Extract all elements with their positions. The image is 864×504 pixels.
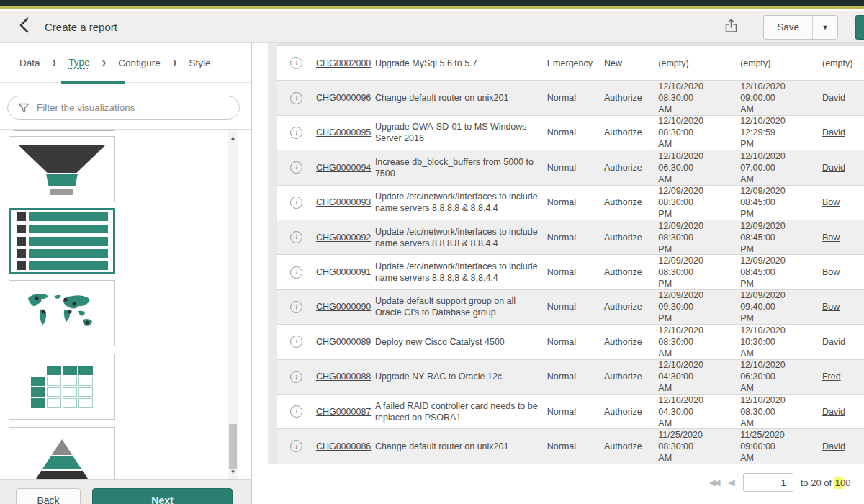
scrollbar-thumb[interactable] <box>229 424 237 469</box>
viz-option-pyramid[interactable] <box>9 427 115 479</box>
assigned-to-link[interactable]: Bow <box>822 197 840 207</box>
change-number-link[interactable]: CHG0000094 <box>316 163 371 173</box>
viz-option-list[interactable] <box>9 208 115 274</box>
change-number-link[interactable]: CHG0000092 <box>316 233 371 243</box>
assigned-to-cell: Bow <box>822 266 864 278</box>
priority-cell: Normal <box>547 162 604 174</box>
viz-option-map[interactable] <box>9 280 115 346</box>
info-icon[interactable]: i <box>290 92 302 104</box>
assigned-to-link[interactable]: David <box>822 93 845 103</box>
change-number-link[interactable]: CHG0000093 <box>316 197 371 207</box>
share-button[interactable] <box>719 15 743 40</box>
info-icon[interactable]: i <box>290 266 302 279</box>
change-number-link[interactable]: CHG0000089 <box>316 337 371 347</box>
assigned-to-link[interactable]: (empty) <box>822 58 852 68</box>
wizard-step-configure[interactable]: Configure <box>118 58 161 68</box>
change-number-link[interactable]: CHG0000086 <box>316 441 371 451</box>
info-icon[interactable]: i <box>290 197 302 209</box>
info-cell: i <box>277 161 316 174</box>
assigned-to-link[interactable]: Fred <box>822 372 841 382</box>
save-button[interactable]: Save <box>764 16 813 39</box>
wizard-back-button[interactable]: Back <box>16 488 81 504</box>
number-cell: CHG0000094 <box>316 162 375 174</box>
description-cell: Upgrade OWA-SD-01 to MS Windows Server 2… <box>375 121 547 144</box>
browser-topbar <box>0 0 864 9</box>
assigned-to-link[interactable]: David <box>822 337 845 347</box>
first-page-icon[interactable]: ◀◀ <box>709 477 718 487</box>
panel-scrollbar[interactable]: ▲ ▼ <box>228 130 238 479</box>
filter-input[interactable] <box>37 102 239 113</box>
app-header: Create a report Save ▼ <box>0 11 864 43</box>
table-row[interactable]: i CHG0000094 Increase db_block_buffers f… <box>277 150 864 185</box>
start-date-cell: 11/25/2020 08:30:00AM <box>658 429 740 464</box>
change-number-link[interactable]: CHG0000091 <box>316 267 371 277</box>
assigned-to-link[interactable]: Bow <box>822 302 840 312</box>
change-number-link[interactable]: CHG0000096 <box>316 93 371 103</box>
number-cell: CHG0000090 <box>316 301 375 312</box>
table-row[interactable]: i CHG0002000 Upgrade MySql 5.6 to 5.7 Em… <box>277 46 864 81</box>
previous-page-icon[interactable]: ◀ <box>728 477 732 487</box>
table-row[interactable]: i CHG0000092 Update /etc/network/interfa… <box>277 220 864 255</box>
info-cell: i <box>277 197 316 209</box>
table-row[interactable]: i CHG0000087 A failed RAID controller ca… <box>277 395 864 429</box>
table-scrollbar-track[interactable] <box>268 43 277 464</box>
info-icon[interactable]: i <box>290 127 302 139</box>
assigned-to-link[interactable]: Bow <box>822 233 840 243</box>
table-row[interactable]: i CHG0000086 Change default router on un… <box>277 429 864 464</box>
table-row[interactable]: i CHG0000090 Update default support grou… <box>277 290 864 325</box>
state-cell: Authorize <box>604 162 658 174</box>
wizard-next-button[interactable]: Next <box>92 488 233 504</box>
info-icon[interactable]: i <box>290 440 302 452</box>
assigned-to-cell: Bow <box>822 197 864 208</box>
end-date-cell: 12/10/2020 08:30:00AM <box>740 395 822 429</box>
assigned-to-link[interactable]: David <box>822 407 845 417</box>
viz-option-funnel[interactable] <box>9 136 115 202</box>
viz-option-heatmap-table[interactable] <box>9 354 115 420</box>
page-number-input[interactable] <box>743 473 793 492</box>
change-number-link[interactable]: CHG0000090 <box>316 302 371 312</box>
table-row[interactable]: i CHG0000096 Change default router on un… <box>277 81 864 115</box>
info-icon[interactable]: i <box>290 161 302 174</box>
change-number-link[interactable]: CHG0002000 <box>316 58 371 68</box>
info-icon[interactable]: i <box>290 371 302 383</box>
wizard-footer: Back Next <box>0 479 252 504</box>
back-button[interactable] <box>13 16 35 37</box>
number-cell: CHG0000093 <box>316 197 375 208</box>
table-row[interactable]: i CHG0000091 Update /etc/network/interfa… <box>277 255 864 289</box>
wizard-step-style[interactable]: Style <box>189 58 210 68</box>
wizard-step-type[interactable]: Type <box>68 57 89 69</box>
info-icon[interactable]: i <box>290 405 302 418</box>
start-date-cell: 12/09/2020 08:30:00PM <box>658 255 740 289</box>
table-row[interactable]: i CHG0000089 Deploy new Cisco Catalyst 4… <box>277 325 864 359</box>
start-date-cell: 12/09/2020 08:30:00PM <box>658 185 740 220</box>
info-icon[interactable]: i <box>290 301 302 313</box>
save-menu-button[interactable]: ▼ <box>813 16 837 39</box>
info-icon[interactable]: i <box>290 336 302 348</box>
number-cell: CHG0000087 <box>316 406 375 418</box>
state-cell: Authorize <box>604 406 658 418</box>
priority-cell: Normal <box>547 266 604 278</box>
start-date-cell: 12/09/2020 09:30:00PM <box>658 289 740 324</box>
number-cell: CHG0002000 <box>316 58 375 69</box>
chevron-right-icon: › <box>173 53 177 72</box>
info-icon[interactable]: i <box>290 231 302 243</box>
priority-cell: Normal <box>547 232 604 243</box>
assigned-to-link[interactable]: Bow <box>822 267 840 277</box>
run-button-partial[interactable] <box>855 15 864 40</box>
table-row[interactable]: i CHG0000095 Upgrade OWA-SD-01 to MS Win… <box>277 116 864 150</box>
table-row[interactable]: i CHG0000093 Update /etc/network/interfa… <box>277 186 864 220</box>
change-number-link[interactable]: CHG0000088 <box>316 372 371 382</box>
table-row[interactable]: i CHG0000088 Upgrade NY RAC to Oracle 12… <box>277 360 864 395</box>
scroll-down-icon[interactable]: ▼ <box>228 466 238 477</box>
description-cell: Update /etc/network/interfaces to includ… <box>375 226 547 249</box>
info-icon[interactable]: i <box>290 57 302 69</box>
scroll-up-icon[interactable]: ▲ <box>228 132 238 143</box>
change-number-link[interactable]: CHG0000087 <box>316 407 371 417</box>
priority-cell: Normal <box>547 197 604 208</box>
assigned-to-link[interactable]: David <box>822 163 845 173</box>
wizard-step-data[interactable]: Data <box>19 58 40 68</box>
share-icon <box>724 18 738 36</box>
change-number-link[interactable]: CHG0000095 <box>316 127 371 138</box>
assigned-to-link[interactable]: David <box>822 441 845 451</box>
assigned-to-link[interactable]: David <box>822 127 845 138</box>
